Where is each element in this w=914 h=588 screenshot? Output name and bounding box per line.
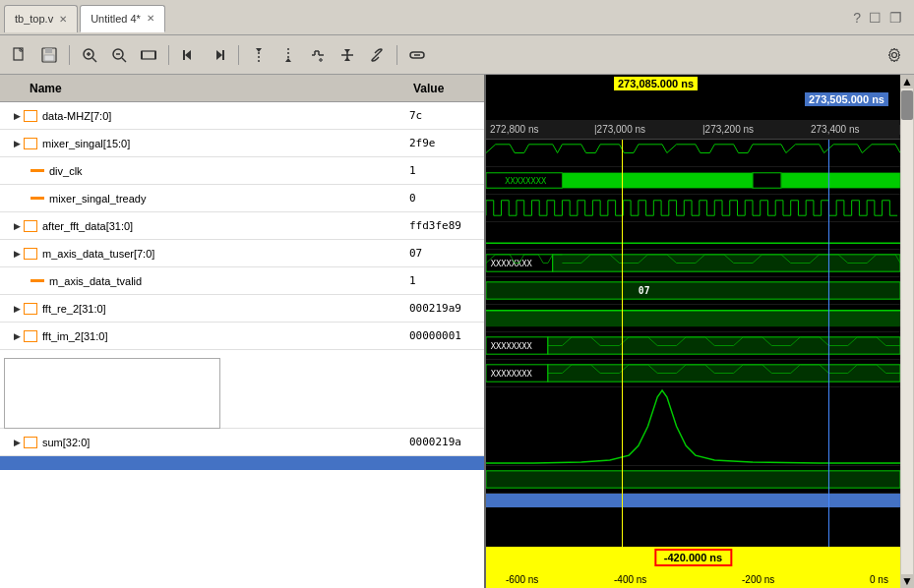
wire-icon xyxy=(30,169,44,172)
svg-text:XXXXXXXX: XXXXXXXX xyxy=(491,341,533,351)
signal-name: sum[32:0] xyxy=(40,437,405,448)
signal-name: div_clk xyxy=(47,165,405,177)
signal-value: 1 xyxy=(405,274,484,287)
expand-icon[interactable]: ▶ xyxy=(14,304,21,314)
zoom-in-button[interactable] xyxy=(76,41,103,69)
svg-rect-49 xyxy=(486,310,900,326)
value-column-header: Value xyxy=(405,82,484,95)
scroll-thumb[interactable] xyxy=(901,90,913,120)
signal-name: mixer_singal[15:0] xyxy=(40,138,405,149)
svg-marker-16 xyxy=(216,50,222,60)
next-cursor-button[interactable] xyxy=(205,41,232,69)
wf-bottom-bar xyxy=(486,494,900,507)
signal-value: 0000219a xyxy=(405,436,484,448)
bottom-tick: -200 ns xyxy=(742,574,774,585)
restore-icon[interactable]: ❐ xyxy=(889,10,902,26)
svg-rect-41 xyxy=(781,173,900,188)
signal-row[interactable]: ▶ sum[32:0] 0000219a xyxy=(0,429,484,456)
cursor-remove-button[interactable] xyxy=(274,41,302,69)
signal-row[interactable]: ▶ after_fft_data[31:0] ffd3fe89 xyxy=(0,212,484,240)
tab-untitled4[interactable]: Untitled 4* ✕ xyxy=(80,5,165,32)
waveform-area: 273,085.000 ns 273,505.000 ns 272,800 ns… xyxy=(486,75,914,588)
svg-rect-15 xyxy=(183,50,185,60)
svg-line-33 xyxy=(375,53,379,57)
bottom-tick: 0 ns xyxy=(870,574,888,585)
svg-marker-21 xyxy=(285,58,291,62)
prev-cursor-button[interactable] xyxy=(175,41,203,69)
signal-panel: Name Value ▶ data-MHZ[7:0] 7c ▶ mixer_si… xyxy=(0,75,486,588)
expand-icon[interactable]: ▶ xyxy=(14,221,21,231)
diff-time-label: -420.000 ns xyxy=(654,549,732,566)
signal-row[interactable]: ▶ m_axis_data_tuser[7:0] 07 xyxy=(0,240,484,267)
sep1 xyxy=(69,45,70,65)
cursor2-time-label: 273,505.000 ns xyxy=(805,92,888,106)
wf-row-tuser: 07 xyxy=(486,277,900,305)
signal-name: fft_re_2[31:0] xyxy=(40,303,405,315)
bottom-ruler: -600 ns -400 ns -200 ns 0 ns xyxy=(486,570,900,588)
sep3 xyxy=(238,45,239,65)
bottom-time-display: -420.000 ns -600 ns -400 ns -200 ns 0 ns xyxy=(486,547,900,588)
wf-row-after-fft: XXXXXXXX xyxy=(486,250,900,277)
tab-tb-top[interactable]: tb_top.v ✕ xyxy=(4,5,78,32)
expand-icon[interactable]: ▶ xyxy=(14,249,21,259)
svg-text:XXXXXXXX: XXXXXXXX xyxy=(491,369,533,379)
svg-marker-14 xyxy=(185,50,191,60)
svg-line-9 xyxy=(122,58,126,62)
signal-name: fft_im_2[31:0] xyxy=(40,330,405,342)
svg-rect-3 xyxy=(44,55,54,61)
add-signal-button[interactable] xyxy=(304,41,332,69)
signal-row[interactable]: mixer_singal_tready 0 xyxy=(0,185,484,212)
expand-button[interactable] xyxy=(334,41,361,69)
zoom-out-button[interactable] xyxy=(105,41,133,69)
waveform-panel[interactable]: 273,085.000 ns 273,505.000 ns 272,800 ns… xyxy=(486,75,900,588)
save-button[interactable] xyxy=(35,41,63,69)
settings-button[interactable] xyxy=(881,41,908,69)
signal-value: 0 xyxy=(405,192,484,205)
signal-row[interactable]: m_axis_data_tvalid 1 xyxy=(0,267,484,295)
bus-icon xyxy=(24,330,37,342)
svg-text:XXXXXXXX: XXXXXXXX xyxy=(491,259,533,268)
signal-bottom-bar xyxy=(0,456,484,470)
scroll-track[interactable] xyxy=(901,88,913,574)
svg-line-5 xyxy=(92,58,96,62)
wf-row-div-clk xyxy=(486,195,900,222)
svg-rect-11 xyxy=(142,51,155,59)
window-icon[interactable]: ☐ xyxy=(869,10,882,26)
scroll-up-button[interactable]: ▲ xyxy=(900,75,914,88)
expand-icon[interactable]: ▶ xyxy=(14,438,21,447)
wf-row-sum xyxy=(486,466,900,494)
ruler-tick: 273,400 ns xyxy=(811,124,860,135)
expand-icon[interactable]: ▶ xyxy=(14,331,21,341)
signal-value: 07 xyxy=(405,247,484,260)
vertical-scrollbar[interactable]: ▲ ▼ xyxy=(900,75,914,588)
expand-icon[interactable]: ▶ xyxy=(14,111,21,121)
signal-name: m_axis_data_tvalid xyxy=(47,275,405,287)
timescale-ruler: 272,800 ns |273,000 ns |273,200 ns 273,4… xyxy=(486,120,900,140)
svg-rect-39 xyxy=(562,173,753,188)
tab-untitled4-close[interactable]: ✕ xyxy=(147,13,154,24)
tab-tb-top-close[interactable]: ✕ xyxy=(59,14,67,25)
bus-icon xyxy=(24,303,37,315)
bus-icon xyxy=(24,437,37,448)
wf-row-fft-im: XXXXXXXX xyxy=(486,360,900,387)
ruler-tick: |27 xyxy=(899,124,900,135)
new-button[interactable] xyxy=(6,41,33,69)
signal-row[interactable]: div_clk 1 xyxy=(0,157,484,185)
signal-row[interactable]: ▶ data-MHZ[7:0] 7c xyxy=(0,102,484,130)
chain-button[interactable] xyxy=(403,41,431,69)
signal-row[interactable]: ▶ fft_im_2[31:0] 00000001 xyxy=(0,323,484,350)
svg-marker-31 xyxy=(344,49,350,53)
svg-rect-2 xyxy=(45,48,52,53)
link-button[interactable] xyxy=(363,41,391,69)
signal-row[interactable]: ▶ mixer_singal[15:0] 2f9e xyxy=(0,130,484,157)
cursor-add-button[interactable] xyxy=(245,41,273,69)
signal-name: after_fft_data[31:0] xyxy=(40,220,405,232)
bus-icon xyxy=(24,220,37,232)
wf-row-empty xyxy=(486,387,900,466)
signal-row[interactable]: ▶ fft_re_2[31:0] 000219a9 xyxy=(0,295,484,323)
help-icon[interactable]: ? xyxy=(853,10,861,26)
sep2 xyxy=(168,45,169,65)
scroll-down-button[interactable]: ▼ xyxy=(900,574,914,588)
expand-icon[interactable]: ▶ xyxy=(14,139,21,148)
fit-button[interactable] xyxy=(135,41,162,69)
